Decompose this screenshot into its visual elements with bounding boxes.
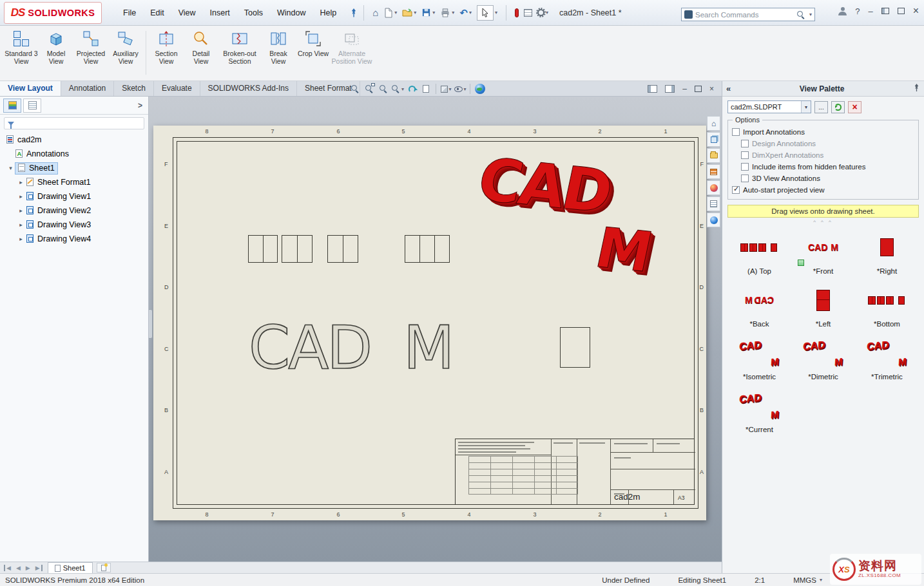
- minimize-window-button[interactable]: –: [868, 6, 872, 16]
- tree-item-sheet1[interactable]: ▾ Sheet1: [0, 161, 148, 175]
- tab-feature-tree[interactable]: [3, 99, 21, 113]
- right-view-outline[interactable]: [560, 327, 590, 368]
- units-selector[interactable]: MMGS ▾: [793, 576, 822, 584]
- next-sheet-button[interactable]: ▶: [23, 565, 33, 571]
- solidworks-resources-tab[interactable]: ⌂: [707, 116, 720, 131]
- help-button[interactable]: ?: [855, 6, 860, 16]
- top-view-letter-a[interactable]: [282, 235, 313, 263]
- clear-palette-button[interactable]: ×: [848, 101, 861, 113]
- top-view-letter-m[interactable]: [405, 235, 450, 263]
- tree-filter-bar[interactable]: [4, 117, 144, 129]
- tree-item-drawing-view1[interactable]: ▸ Drawing View1: [0, 189, 148, 203]
- design-library-tab[interactable]: [707, 132, 720, 147]
- apply-scene-globe-icon[interactable]: [473, 82, 487, 96]
- tab-solidworks-add-ins[interactable]: SOLIDWORKS Add-Ins: [200, 81, 297, 96]
- tree-item-sheet-format1[interactable]: ▸ Sheet Format1: [0, 175, 148, 189]
- menu-view[interactable]: View: [171, 5, 203, 21]
- tree-item-drawing-view3[interactable]: ▸ Drawing View3: [0, 218, 148, 232]
- broken-out-section-button[interactable]: Broken-out Section: [219, 29, 260, 66]
- add-sheet-button[interactable]: [97, 563, 111, 572]
- checkbox-auto-start-projected-view[interactable]: ✓ Auto-start projected view: [732, 184, 914, 196]
- detail-view-button[interactable]: Detail View: [184, 29, 218, 66]
- view-thumbnail-back[interactable]: M CAD *Back: [729, 280, 790, 328]
- combo-caret-icon[interactable]: ▾: [801, 101, 811, 113]
- close-document-button[interactable]: ×: [709, 84, 714, 93]
- menu-edit[interactable]: Edit: [143, 5, 171, 21]
- auxiliary-view-button[interactable]: Auxiliary View: [109, 29, 142, 66]
- top-view-letter-d[interactable]: [327, 235, 358, 263]
- tree-item-annotations[interactable]: Annotations: [0, 147, 148, 161]
- menu-help[interactable]: Help: [313, 5, 344, 21]
- tree-item-drawing-view2[interactable]: ▸ Drawing View2: [0, 203, 148, 218]
- expand-arrow-icon[interactable]: ▸: [17, 222, 25, 228]
- standard-3-view-button[interactable]: Standard 3 View: [5, 29, 38, 66]
- expand-arrow-icon[interactable]: ▸: [17, 193, 25, 200]
- tree-item-cad2m[interactable]: cad2m: [0, 133, 148, 147]
- checkbox-dimxpert-annotations[interactable]: DimXpert Annotations: [741, 149, 914, 161]
- last-sheet-button[interactable]: ▶: [33, 565, 43, 571]
- undo-button[interactable]: ↶ ▾: [457, 6, 474, 19]
- front-view-text[interactable]: CAD: [249, 319, 371, 378]
- sheet-scale-label[interactable]: 2:1: [755, 576, 765, 584]
- close-window-button[interactable]: ×: [913, 6, 919, 16]
- projected-view-button[interactable]: Projected View: [74, 29, 108, 66]
- dock-panels-button[interactable]: [881, 8, 889, 14]
- expand-arrow-icon[interactable]: ▸: [17, 207, 25, 214]
- top-view-letter-c[interactable]: [248, 235, 278, 263]
- panel-flyout-chevron[interactable]: >: [135, 101, 145, 110]
- view-thumbnail-isometric[interactable]: CADM *Isometric: [729, 333, 790, 381]
- isometric-view-text[interactable]: CAD: [473, 150, 615, 222]
- search-scope-icon[interactable]: [684, 10, 693, 19]
- user-account-button[interactable]: [838, 7, 847, 15]
- options-button[interactable]: ▾: [535, 7, 551, 18]
- checkbox-design-annotations[interactable]: Design Annotations: [741, 138, 914, 149]
- palette-resize-handle[interactable]: ^ ^ ^: [722, 219, 924, 226]
- hide-show-items-icon[interactable]: ▾: [453, 82, 467, 96]
- zoom-to-fit-icon[interactable]: [348, 82, 362, 96]
- rotate-view-icon[interactable]: [405, 82, 419, 96]
- view-thumbnail-front[interactable]: CAD M *Front: [793, 227, 854, 275]
- previous-sheet-button[interactable]: ◀: [14, 565, 23, 571]
- drawing-sheet[interactable]: 8 7 6 5 4 3 2 1 8 7 6 5 4 3 2 1 F E D C …: [153, 126, 706, 520]
- print-button[interactable]: ▾: [438, 6, 457, 19]
- search-input[interactable]: [695, 11, 794, 19]
- view-thumbnail-bottom[interactable]: *Bottom: [856, 280, 918, 328]
- 3d-drawing-view-icon[interactable]: [419, 82, 433, 96]
- palette-file-combo[interactable]: cad2m.SLDPRT ▾: [727, 100, 811, 113]
- break-view-button[interactable]: Break View: [262, 29, 295, 66]
- selected-tree-item[interactable]: Sheet1: [15, 162, 58, 175]
- sheet-tab-sheet1[interactable]: Sheet1: [48, 562, 93, 573]
- tab-evaluate[interactable]: Evaluate: [154, 81, 200, 96]
- checkbox-3d-view-annotations[interactable]: 3D View Annotations: [741, 173, 914, 184]
- zoom-in-out-icon[interactable]: [376, 82, 390, 96]
- zoom-to-area-icon[interactable]: [362, 82, 376, 96]
- restore-document-button[interactable]: [695, 86, 702, 92]
- search-icon[interactable]: [796, 10, 805, 19]
- pin-pane-icon[interactable]: [913, 84, 920, 94]
- view-thumbnail-current[interactable]: CADM *Current: [729, 386, 790, 433]
- front-view-letter[interactable]: M: [403, 319, 452, 378]
- collapse-pane-chevrons-icon[interactable]: «: [726, 84, 731, 93]
- menu-file[interactable]: File: [116, 5, 143, 21]
- pane-right-icon[interactable]: [665, 85, 675, 93]
- custom-properties-tab[interactable]: [707, 196, 720, 211]
- view-thumbnail-dimetric[interactable]: CADM *Dimetric: [793, 333, 854, 381]
- isometric-view-letter[interactable]: M: [591, 220, 657, 280]
- title-block[interactable]: cad2m A3: [455, 439, 695, 505]
- panel-splitter-grip[interactable]: [149, 309, 153, 339]
- first-sheet-button[interactable]: ◀: [4, 565, 14, 571]
- library-bricks-tab[interactable]: [707, 164, 720, 179]
- minimize-document-button[interactable]: –: [682, 84, 687, 93]
- browse-button[interactable]: ...: [814, 101, 828, 113]
- caret-icon[interactable]: ▾: [809, 12, 812, 17]
- select-tool-button[interactable]: ▾: [474, 3, 500, 23]
- open-document-button[interactable]: ▾: [399, 6, 419, 19]
- graphics-area[interactable]: 8 7 6 5 4 3 2 1 8 7 6 5 4 3 2 1 F E D C …: [149, 97, 722, 562]
- view-thumbnail-right[interactable]: *Right: [856, 227, 918, 275]
- new-document-button[interactable]: ▾: [381, 6, 399, 20]
- menu-window[interactable]: Window: [270, 5, 313, 21]
- tab-property-manager[interactable]: [23, 99, 41, 113]
- forum-tab[interactable]: [707, 213, 720, 227]
- model-view-button[interactable]: Model View: [39, 29, 73, 66]
- status-light-button[interactable]: [512, 6, 521, 19]
